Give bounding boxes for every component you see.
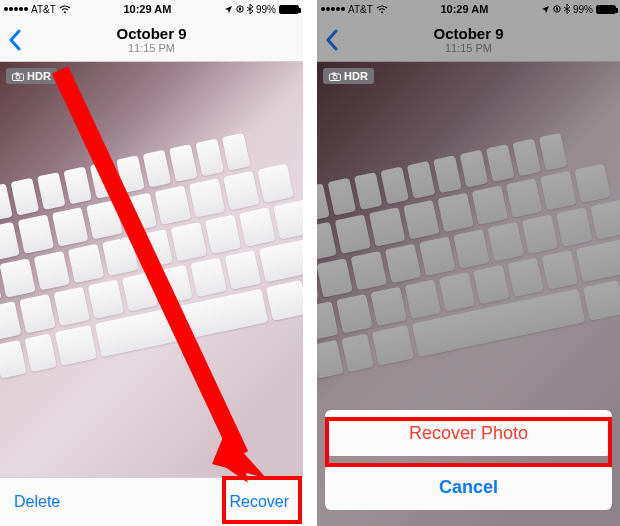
action-sheet: Recover Photo Cancel — [317, 402, 620, 526]
svg-point-0 — [64, 11, 66, 13]
location-icon — [224, 5, 233, 14]
recover-button[interactable]: Recover — [229, 493, 289, 511]
nav-subtitle: 11:15 PM — [116, 42, 186, 55]
screenshot-left: AT&T 10:29 AM 99% October 9 11:15 PM — [0, 0, 303, 526]
signal-dots-icon — [4, 7, 28, 11]
svg-point-4 — [16, 75, 20, 79]
hdr-badge: HDR — [323, 68, 374, 84]
nav-title: October 9 — [116, 25, 186, 42]
status-bar: AT&T 10:29 AM 99% — [0, 0, 303, 18]
screenshot-right: AT&T 10:29 AM 99% October 9 11:15 PM — [317, 0, 620, 526]
bottom-toolbar: Delete Recover — [0, 477, 303, 526]
nav-bar: October 9 11:15 PM — [0, 18, 303, 62]
status-time: 10:29 AM — [123, 3, 171, 15]
camera-icon — [12, 72, 24, 81]
back-chevron-icon[interactable] — [8, 29, 22, 51]
svg-rect-2 — [239, 8, 241, 11]
delete-button[interactable]: Delete — [14, 493, 60, 511]
carrier-label: AT&T — [31, 4, 56, 15]
battery-pct: 99% — [256, 4, 276, 15]
battery-icon — [279, 5, 299, 14]
cancel-button[interactable]: Cancel — [325, 464, 612, 510]
hdr-badge: HDR — [6, 68, 57, 84]
svg-rect-5 — [16, 72, 19, 74]
rotation-lock-icon — [236, 4, 244, 14]
wifi-icon — [59, 5, 71, 14]
photo-preview[interactable]: HDR — [0, 62, 303, 477]
svg-rect-14 — [333, 72, 336, 74]
recover-photo-button[interactable]: Recover Photo — [325, 410, 612, 456]
bluetooth-icon — [247, 4, 253, 14]
svg-point-13 — [333, 75, 337, 79]
camera-icon — [329, 72, 341, 81]
